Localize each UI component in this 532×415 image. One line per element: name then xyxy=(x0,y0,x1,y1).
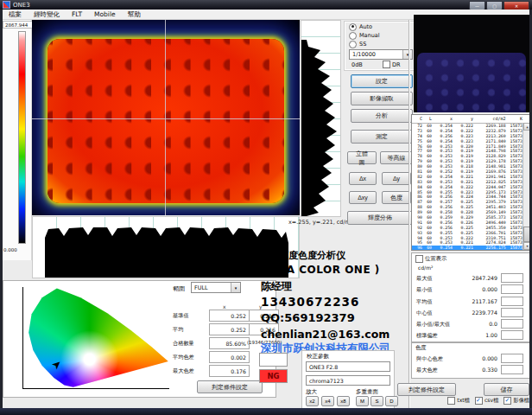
range-x-value[interactable]: 85.60% xyxy=(209,337,250,349)
judge-condition-button-right[interactable]: 判定條件設定 xyxy=(397,383,456,396)
save-option-checkbox[interactable] xyxy=(447,397,455,405)
contact-line-2: 陈经理 xyxy=(261,279,292,294)
chroma-row: 最大色差0.330 xyxy=(415,364,529,375)
measure-button[interactable]: 測定 xyxy=(351,130,413,144)
chroma-value: 0.330 xyxy=(482,367,497,373)
table-header-cell: K xyxy=(508,115,523,123)
cie-diagram: ➤ xyxy=(7,285,173,394)
chevron-down-icon[interactable]: ▾ xyxy=(402,50,412,59)
title-bar[interactable]: ONE3 — ▢ ✕ xyxy=(0,0,532,10)
chroma-limit-box[interactable] xyxy=(501,365,523,374)
menu-item-1[interactable]: 經時變化 xyxy=(28,10,66,19)
save-options: txt檔csv檔影像檔 xyxy=(411,397,529,405)
chromaticity-button[interactable]: 色度 xyxy=(382,191,411,204)
crosshair-horizontal xyxy=(32,118,300,119)
radio-auto[interactable] xyxy=(349,23,357,31)
calibration-field-1[interactable]: ONE3 F2.8 xyxy=(306,361,390,372)
stat-limit-box[interactable] xyxy=(501,297,523,306)
multi-M-button[interactable]: M xyxy=(356,396,369,406)
table-body[interactable]: 72600.2540.2222269.1881587373600.2540.22… xyxy=(412,124,523,250)
chroma-row: 與中心色差0.000 xyxy=(415,353,529,364)
table-header-cell: y xyxy=(453,115,474,123)
delta-y-button[interactable]: Δy xyxy=(382,172,411,185)
dr-checkbox[interactable] xyxy=(383,61,390,68)
camera-preview xyxy=(414,15,529,112)
exposure-mode-row[interactable]: Manual xyxy=(349,31,416,40)
menu-item-0[interactable]: 檔案 xyxy=(3,10,28,19)
range-x-value[interactable]: 0.002 xyxy=(209,351,250,363)
save-option[interactable]: txt檔 xyxy=(447,397,470,405)
radio-label: SS xyxy=(359,41,366,48)
delta-xy-button[interactable]: Δxy xyxy=(349,191,377,204)
save-option-checkbox[interactable] xyxy=(475,397,483,405)
capture-button[interactable]: 影像擷取 xyxy=(351,92,413,105)
save-button[interactable]: 儲存 xyxy=(484,383,529,396)
zoom-x8-button[interactable]: x8 xyxy=(337,396,350,406)
exposure-mode-row[interactable]: SS xyxy=(349,40,416,48)
save-option-label: csv檔 xyxy=(484,397,498,405)
stat-limit-box[interactable] xyxy=(501,330,523,340)
exposure-modes: AutoManualSS xyxy=(349,22,416,48)
ng-status-badge: NG xyxy=(259,369,288,383)
set-button[interactable]: 設定 xyxy=(351,74,413,88)
range-x-value[interactable]: 0.176 xyxy=(209,365,250,377)
radio-ss[interactable] xyxy=(349,41,357,48)
app-icon xyxy=(3,1,10,9)
chroma-limit-box[interactable] xyxy=(501,354,523,363)
table-cell: 15873 xyxy=(508,246,523,250)
camera-preview-panel xyxy=(417,53,526,112)
menu-item-4[interactable]: 幫助 xyxy=(122,10,147,19)
range-x-value[interactable]: 0.252 xyxy=(209,323,250,335)
gain-label: 0dB xyxy=(352,61,363,68)
exposure-mode-row[interactable]: Auto xyxy=(349,22,416,31)
stat-row: 平均值2117.167 xyxy=(415,296,529,307)
stat-limit-box[interactable] xyxy=(501,284,523,294)
vertical-profile-shape xyxy=(301,21,340,216)
menu-item-3[interactable]: Mobile xyxy=(88,10,122,18)
stat-limit-box[interactable] xyxy=(501,308,523,317)
radio-manual[interactable] xyxy=(349,32,357,40)
menu-item-2[interactable]: FLT xyxy=(66,10,88,18)
multi-D-button[interactable]: D xyxy=(385,396,398,406)
position-display-checkbox[interactable] xyxy=(415,255,423,263)
table-header-cell: x xyxy=(433,115,453,123)
zoom-x4-button[interactable]: x4 xyxy=(321,396,334,406)
stat-limit-box[interactable] xyxy=(501,319,523,329)
stat-label: 最小值/最大值 xyxy=(416,321,450,329)
range-row-label: 合格數量 xyxy=(173,340,194,348)
table-header: CLxycd/m2K xyxy=(412,115,530,124)
stat-row: 標準偏差1.00 xyxy=(415,329,529,341)
judge-condition-button[interactable]: 判定條件設定 xyxy=(197,380,263,393)
solid-view-button[interactable]: 立體圖 xyxy=(347,151,377,164)
save-option[interactable]: 影像檔 xyxy=(504,397,529,405)
shutter-value: 1/10000 xyxy=(350,51,376,58)
analyze-button[interactable]: 分析 xyxy=(351,109,413,123)
save-option-checkbox[interactable] xyxy=(504,397,511,405)
delta-x-button[interactable]: Δx xyxy=(349,172,377,185)
measurement-table[interactable]: CLxycd/m2K 72600.2540.2222269.1881587373… xyxy=(411,114,531,251)
table-header-cell: cd/m2 xyxy=(474,115,508,123)
range-dropdown[interactable]: FULL ▾ xyxy=(191,282,241,293)
stat-row: 最大值2847.249 xyxy=(415,272,529,284)
dr-checkbox-row[interactable]: DR xyxy=(383,61,401,68)
chevron-down-icon[interactable]: ▾ xyxy=(231,283,240,292)
position-display-row[interactable]: 位置表示 xyxy=(415,255,446,263)
zoom-x2-button[interactable]: x2 xyxy=(306,396,319,406)
shutter-dropdown[interactable]: 1/10000 ▾ xyxy=(349,49,413,60)
multi-S-button[interactable]: S xyxy=(370,396,383,406)
cie-y-axis xyxy=(22,287,23,389)
cie-x-axis xyxy=(22,388,169,389)
range-row: 平均0.2520.216 xyxy=(173,323,275,337)
calibration-field-2[interactable]: chroma7123 xyxy=(306,375,390,386)
stat-row: 最小值/最大值0.0 xyxy=(415,318,529,329)
luminance-dist-button[interactable]: 輝度分佈 xyxy=(347,211,413,225)
horizontal-profile-plot xyxy=(32,216,300,278)
cie-horseshoe xyxy=(24,285,173,388)
save-option[interactable]: csv檔 xyxy=(475,397,498,405)
range-x-value[interactable]: 0.252 xyxy=(209,310,250,322)
table-cell: 0.254 xyxy=(433,246,453,250)
stat-limit-box[interactable] xyxy=(501,273,523,283)
range-row: 合格數量85.60%(19346/22600) xyxy=(173,337,275,351)
luminance-image[interactable] xyxy=(32,20,300,215)
table-row[interactable]: 96600.2540.2212256.17515873 xyxy=(412,246,523,250)
